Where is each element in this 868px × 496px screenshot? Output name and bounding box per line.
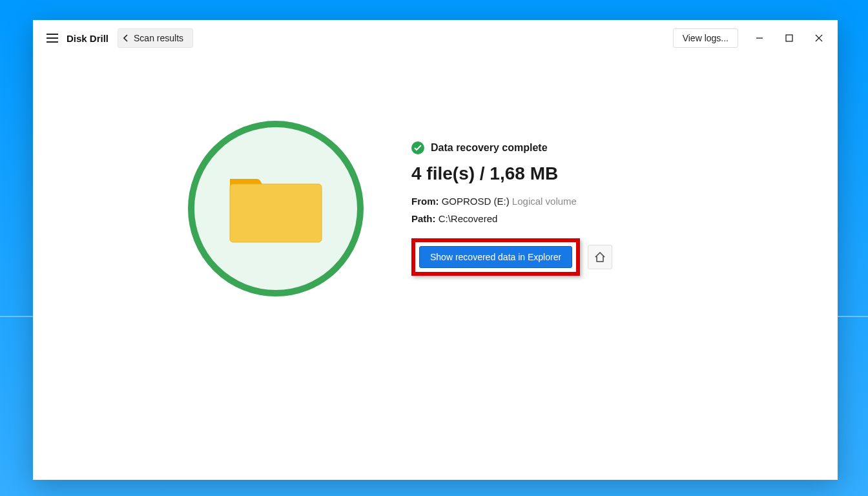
folder-icon bbox=[227, 170, 324, 247]
scan-results-button[interactable]: Scan results bbox=[118, 28, 193, 48]
show-recovered-button[interactable]: Show recovered data in Explorer bbox=[419, 246, 572, 268]
from-extra: Logical volume bbox=[512, 196, 577, 207]
maximize-icon bbox=[785, 34, 793, 42]
close-button[interactable] bbox=[804, 26, 834, 50]
minimize-button[interactable] bbox=[745, 26, 774, 50]
titlebar: Disk Drill Scan results View logs... bbox=[33, 20, 838, 56]
path-line: Path: C:\Recovered bbox=[411, 213, 683, 224]
app-window: Disk Drill Scan results View logs... bbox=[33, 20, 838, 480]
view-logs-button[interactable]: View logs... bbox=[673, 28, 738, 48]
app-title: Disk Drill bbox=[67, 33, 108, 44]
action-row: Show recovered data in Explorer bbox=[411, 238, 683, 276]
status-row: Data recovery complete bbox=[411, 141, 683, 154]
home-icon bbox=[594, 251, 606, 263]
path-label: Path: bbox=[411, 213, 436, 224]
from-line: From: GOPROSD (E:) Logical volume bbox=[411, 196, 683, 207]
info-column: Data recovery complete 4 file(s) / 1,68 … bbox=[411, 141, 683, 276]
content-area: Data recovery complete 4 file(s) / 1,68 … bbox=[33, 56, 838, 296]
window-controls bbox=[745, 26, 834, 50]
svg-rect-7 bbox=[230, 184, 322, 242]
from-value: GOPROSD (E:) bbox=[442, 196, 510, 207]
path-value: C:\Recovered bbox=[439, 213, 498, 224]
highlight-frame: Show recovered data in Explorer bbox=[411, 238, 580, 276]
checkmark-icon bbox=[411, 141, 424, 154]
minimize-icon bbox=[756, 34, 763, 42]
maximize-button[interactable] bbox=[774, 26, 804, 50]
close-icon bbox=[815, 34, 823, 42]
hamburger-icon bbox=[46, 34, 58, 43]
status-text: Data recovery complete bbox=[431, 142, 548, 154]
menu-button[interactable] bbox=[41, 26, 64, 50]
svg-rect-4 bbox=[786, 35, 792, 41]
recovery-summary: 4 file(s) / 1,68 MB bbox=[411, 163, 683, 184]
scan-results-label: Scan results bbox=[134, 33, 183, 43]
from-label: From: bbox=[411, 196, 439, 207]
chevron-left-icon bbox=[123, 34, 129, 42]
folder-badge bbox=[188, 121, 364, 296]
home-button[interactable] bbox=[588, 245, 612, 269]
